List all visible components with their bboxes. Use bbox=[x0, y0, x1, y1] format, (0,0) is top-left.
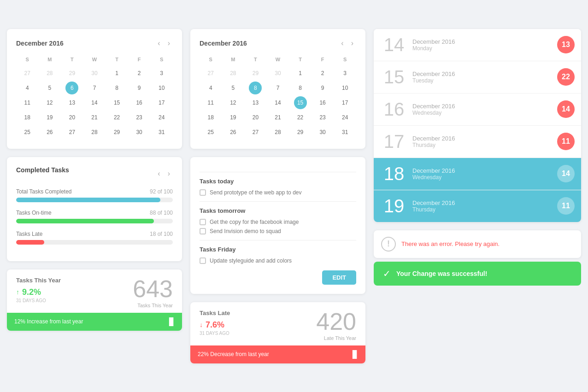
edit-button[interactable]: EDIT bbox=[322, 270, 356, 285]
cal-day[interactable]: 5 bbox=[227, 82, 240, 94]
tasks-prev-btn[interactable]: ‹ bbox=[155, 169, 163, 179]
cal-day[interactable]: 8 bbox=[111, 82, 123, 94]
cal-day[interactable]: 25 bbox=[204, 126, 217, 139]
schedule-item-18[interactable]: 18 December 2016 Wednesday 14 bbox=[374, 158, 581, 190]
cal-day[interactable]: 11 bbox=[21, 96, 34, 109]
cal-day[interactable]: 4 bbox=[21, 82, 34, 94]
task-checkbox[interactable] bbox=[200, 219, 206, 225]
cal-day-range-end[interactable]: 15 bbox=[294, 96, 307, 109]
cal-day[interactable]: 13 bbox=[65, 96, 78, 109]
cal-day[interactable]: 10 bbox=[155, 82, 168, 94]
cal2-dow-sa: S bbox=[334, 55, 356, 66]
cal-day[interactable]: 28 bbox=[271, 126, 284, 139]
cal-day[interactable]: 20 bbox=[65, 111, 78, 124]
schedule-item-14[interactable]: 14 December 2016 Monday 13 bbox=[374, 29, 581, 61]
cal-day[interactable]: 30 bbox=[133, 126, 146, 139]
cal-day[interactable]: 22 bbox=[111, 111, 123, 124]
cal-day[interactable]: 31 bbox=[155, 126, 168, 139]
cal-day[interactable]: 3 bbox=[155, 67, 168, 80]
sched-weekday-15: Tuesday bbox=[412, 77, 557, 84]
cal-dow-w1: W bbox=[83, 55, 106, 66]
cal-day[interactable]: 19 bbox=[43, 111, 56, 124]
stats-tasks-late-card: Tasks Late ↓ 7.6% 31 DAYS AGO 420 Late T… bbox=[190, 302, 365, 363]
completed-tasks-title: Completed Tasks bbox=[16, 166, 69, 174]
cal1-prev-btn[interactable]: ‹ bbox=[155, 38, 163, 48]
cal-day[interactable]: 3 bbox=[339, 67, 352, 80]
cal-day[interactable]: 16 bbox=[316, 96, 329, 109]
cal2-next-btn[interactable]: › bbox=[348, 38, 356, 48]
cal-day[interactable]: 14 bbox=[271, 96, 284, 109]
cal-day[interactable]: 14 bbox=[88, 96, 101, 109]
cal-day[interactable]: 9 bbox=[316, 82, 329, 94]
cal-day[interactable]: 12 bbox=[43, 96, 56, 109]
cal-day[interactable]: 30 bbox=[88, 67, 101, 80]
cal-day[interactable]: 2 bbox=[133, 67, 146, 80]
cal-day[interactable]: 23 bbox=[133, 111, 146, 124]
cal-day[interactable]: 24 bbox=[155, 111, 168, 124]
tasks-today-title: Tasks today bbox=[200, 178, 356, 185]
cal1-next-btn[interactable]: › bbox=[165, 38, 173, 48]
cal-day[interactable]: 18 bbox=[21, 111, 34, 124]
cal-day[interactable]: 20 bbox=[249, 111, 262, 124]
cal-day[interactable]: 29 bbox=[294, 126, 307, 139]
schedule-item-19[interactable]: 19 December 2016 Thursday 11 bbox=[374, 190, 581, 222]
cal-day[interactable]: 30 bbox=[271, 67, 284, 80]
sched-info-18: December 2016 Wednesday bbox=[412, 167, 557, 181]
cal-day[interactable]: 11 bbox=[204, 96, 217, 109]
cal-day[interactable]: 7 bbox=[88, 82, 101, 94]
cal-day[interactable]: 22 bbox=[294, 111, 307, 124]
cal-day[interactable]: 12 bbox=[227, 96, 240, 109]
stats-late-number: 420 bbox=[316, 310, 356, 333]
cal-day[interactable]: 28 bbox=[88, 126, 101, 139]
cal-day[interactable]: 27 bbox=[65, 126, 78, 139]
bar-chart-icon-late: ▊ bbox=[353, 350, 358, 359]
task-checkbox[interactable] bbox=[200, 228, 206, 234]
cal-day[interactable]: 28 bbox=[43, 67, 56, 80]
cal-day[interactable]: 24 bbox=[339, 111, 352, 124]
cal-day[interactable]: 8 bbox=[294, 82, 307, 94]
cal-day[interactable]: 29 bbox=[65, 67, 78, 80]
cal-day[interactable]: 1 bbox=[294, 67, 307, 80]
cal-day[interactable]: 19 bbox=[227, 111, 240, 124]
cal-day[interactable]: 15 bbox=[111, 96, 123, 109]
cal-day[interactable]: 29 bbox=[111, 126, 123, 139]
cal-day[interactable]: 18 bbox=[204, 111, 217, 124]
cal-day[interactable]: 21 bbox=[88, 111, 101, 124]
cal-day[interactable]: 25 bbox=[21, 126, 34, 139]
schedule-item-16[interactable]: 16 December 2016 Wednesday 14 bbox=[374, 94, 581, 126]
cal-day[interactable]: 26 bbox=[43, 126, 56, 139]
cal-day[interactable]: 9 bbox=[133, 82, 146, 94]
cal-day[interactable]: 28 bbox=[227, 67, 240, 80]
cal-dow-s1: S bbox=[16, 55, 39, 66]
cal-day[interactable]: 5 bbox=[43, 82, 56, 94]
task-today-1: Send prototype of the web app to dev bbox=[200, 189, 356, 196]
tasks-next-btn[interactable]: › bbox=[165, 169, 173, 179]
error-alert: ! There was an error. Please try again. bbox=[374, 230, 581, 258]
cal-day-selected[interactable]: 6 bbox=[65, 82, 78, 94]
error-icon: ! bbox=[381, 237, 396, 252]
schedule-item-17[interactable]: 17 December 2016 Thursday 11 bbox=[374, 126, 581, 158]
cal-day[interactable]: 2 bbox=[316, 67, 329, 80]
cal-day[interactable]: 4 bbox=[204, 82, 217, 94]
cal-day[interactable]: 31 bbox=[339, 126, 352, 139]
cal-day[interactable]: 26 bbox=[227, 126, 240, 139]
cal-day[interactable]: 27 bbox=[249, 126, 262, 139]
schedule-item-15[interactable]: 15 December 2016 Tuesday 22 bbox=[374, 61, 581, 94]
cal-day[interactable]: 16 bbox=[133, 96, 146, 109]
cal-day[interactable]: 1 bbox=[111, 67, 123, 80]
cal-day[interactable]: 17 bbox=[155, 96, 168, 109]
cal-day[interactable]: 30 bbox=[316, 126, 329, 139]
cal-day[interactable]: 10 bbox=[339, 82, 352, 94]
cal-day[interactable]: 23 bbox=[316, 111, 329, 124]
cal-day[interactable]: 29 bbox=[249, 67, 262, 80]
cal-day-range-start[interactable]: 8 bbox=[249, 82, 262, 94]
cal-day[interactable]: 13 bbox=[249, 96, 262, 109]
cal-day[interactable]: 7 bbox=[271, 82, 284, 94]
task-checkbox[interactable] bbox=[200, 257, 206, 264]
cal-day[interactable]: 27 bbox=[21, 67, 34, 80]
cal-day[interactable]: 21 bbox=[271, 111, 284, 124]
cal-day[interactable]: 17 bbox=[339, 96, 352, 109]
task-checkbox[interactable] bbox=[200, 189, 206, 196]
cal2-prev-btn[interactable]: ‹ bbox=[338, 38, 346, 48]
cal-day[interactable]: 27 bbox=[204, 67, 217, 80]
